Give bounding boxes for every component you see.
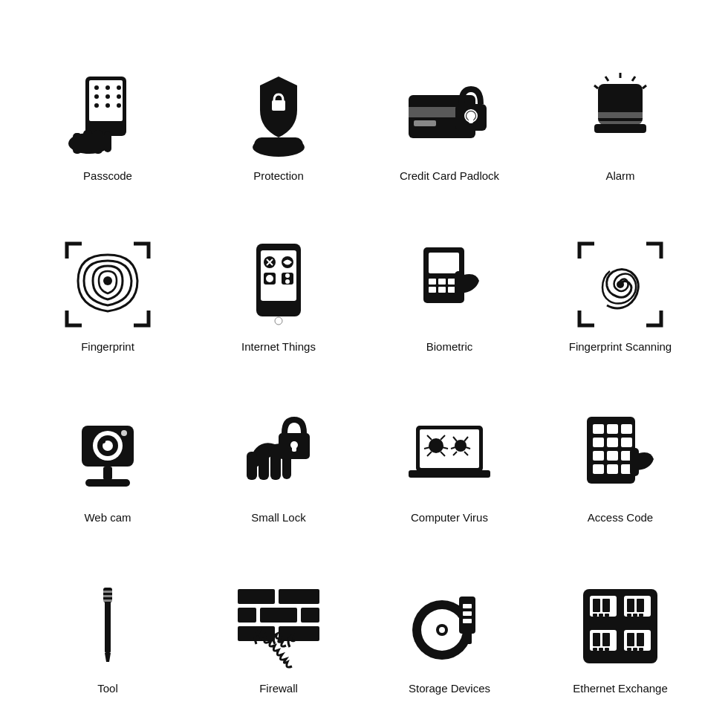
biometric-icon <box>401 236 498 333</box>
web-cam-icon <box>59 407 156 504</box>
passcode-icon <box>59 65 156 162</box>
svg-point-65 <box>121 430 127 436</box>
icon-cell-storage-devices: Storage Devices <box>364 535 535 706</box>
icon-cell-web-cam: Web cam <box>22 364 193 535</box>
svg-rect-91 <box>593 424 604 434</box>
svg-rect-125 <box>463 619 472 623</box>
svg-rect-72 <box>292 445 296 452</box>
svg-rect-51 <box>438 279 446 285</box>
svg-point-4 <box>117 85 121 90</box>
svg-rect-122 <box>463 632 472 644</box>
icon-cell-ethernet-exchange: Ethernet Exchange <box>535 535 706 706</box>
svg-rect-136 <box>627 614 631 617</box>
firewall-icon <box>230 578 327 675</box>
svg-point-7 <box>117 94 121 99</box>
svg-rect-100 <box>593 464 604 474</box>
svg-rect-107 <box>102 591 114 593</box>
svg-point-46 <box>285 279 290 284</box>
svg-rect-142 <box>593 648 597 651</box>
svg-rect-15 <box>104 131 111 152</box>
biometric-label: Biometric <box>426 340 473 353</box>
svg-rect-113 <box>260 608 297 623</box>
svg-rect-50 <box>429 279 436 285</box>
svg-point-3 <box>105 85 110 90</box>
svg-line-30 <box>594 85 598 88</box>
svg-rect-128 <box>593 599 600 612</box>
svg-rect-110 <box>238 589 275 604</box>
svg-rect-134 <box>627 599 634 612</box>
svg-rect-98 <box>607 451 618 461</box>
svg-point-10 <box>117 103 121 108</box>
icon-cell-credit-card-padlock: Credit Card Padlock <box>364 22 535 193</box>
svg-rect-140 <box>593 633 600 646</box>
svg-rect-109 <box>102 599 114 602</box>
svg-rect-105 <box>105 601 111 653</box>
svg-point-35 <box>103 276 112 285</box>
icon-cell-firewall: Firewall <box>193 535 364 706</box>
svg-rect-148 <box>627 648 631 651</box>
access-code-icon <box>572 407 669 504</box>
access-code-label: Access Code <box>588 511 653 524</box>
svg-point-62 <box>101 439 105 443</box>
svg-rect-64 <box>85 479 130 487</box>
svg-point-5 <box>94 94 99 99</box>
svg-rect-34 <box>594 124 646 133</box>
svg-rect-141 <box>602 633 610 646</box>
icon-cell-computer-virus: Computer Virus <box>364 364 535 535</box>
svg-rect-132 <box>605 614 609 617</box>
svg-rect-116 <box>279 626 319 641</box>
svg-line-28 <box>643 85 646 88</box>
svg-rect-17 <box>254 137 303 152</box>
small-lock-icon <box>230 407 327 504</box>
svg-rect-18 <box>272 100 285 111</box>
svg-point-2 <box>94 85 99 90</box>
fingerprint-scanning-label: Fingerprint Scanning <box>569 340 672 353</box>
svg-rect-138 <box>639 614 643 617</box>
web-cam-label: Web cam <box>84 511 131 524</box>
svg-rect-103 <box>630 448 639 476</box>
svg-rect-12 <box>73 133 82 154</box>
icon-cell-tool: Tool <box>22 535 193 706</box>
svg-rect-92 <box>607 424 618 434</box>
svg-rect-14 <box>94 130 103 154</box>
computer-virus-icon <box>401 407 498 504</box>
protection-label: Protection <box>253 169 304 182</box>
internet-things-icon <box>230 236 327 333</box>
protection-icon <box>230 65 327 162</box>
icon-grid: Passcode Protection <box>15 15 713 713</box>
computer-virus-label: Computer Virus <box>411 511 488 524</box>
credit-card-padlock-icon <box>401 65 498 162</box>
svg-rect-112 <box>238 608 256 623</box>
svg-point-6 <box>105 94 110 99</box>
alarm-label: Alarm <box>605 169 634 182</box>
svg-rect-101 <box>607 464 618 474</box>
svg-rect-147 <box>637 633 644 646</box>
tool-icon <box>59 578 156 675</box>
credit-card-padlock-label: Credit Card Padlock <box>400 169 499 182</box>
svg-rect-54 <box>438 287 446 293</box>
svg-rect-129 <box>602 599 610 612</box>
icon-cell-protection: Protection <box>193 22 364 193</box>
fingerprint-icon <box>59 236 156 333</box>
svg-rect-21 <box>414 120 436 126</box>
icon-cell-fingerprint-scanning: Fingerprint Scanning <box>535 193 706 364</box>
passcode-label: Passcode <box>83 169 132 182</box>
svg-point-9 <box>105 103 110 108</box>
svg-point-45 <box>285 273 290 278</box>
internet-things-label: Internet Things <box>241 340 316 353</box>
icon-cell-biometric: Biometric <box>364 193 535 364</box>
svg-rect-53 <box>429 287 436 293</box>
svg-line-27 <box>632 77 635 81</box>
svg-rect-97 <box>593 451 604 461</box>
svg-rect-111 <box>279 589 319 604</box>
svg-rect-135 <box>637 599 644 612</box>
svg-rect-31 <box>598 84 643 125</box>
icon-cell-small-lock: Small Lock <box>193 364 364 535</box>
svg-line-29 <box>605 77 608 81</box>
fingerprint-scanning-icon <box>572 236 669 333</box>
svg-point-120 <box>439 627 445 633</box>
svg-rect-123 <box>463 604 472 608</box>
svg-rect-32 <box>598 112 643 118</box>
svg-rect-144 <box>605 648 609 651</box>
icon-cell-access-code: Access Code <box>535 364 706 535</box>
